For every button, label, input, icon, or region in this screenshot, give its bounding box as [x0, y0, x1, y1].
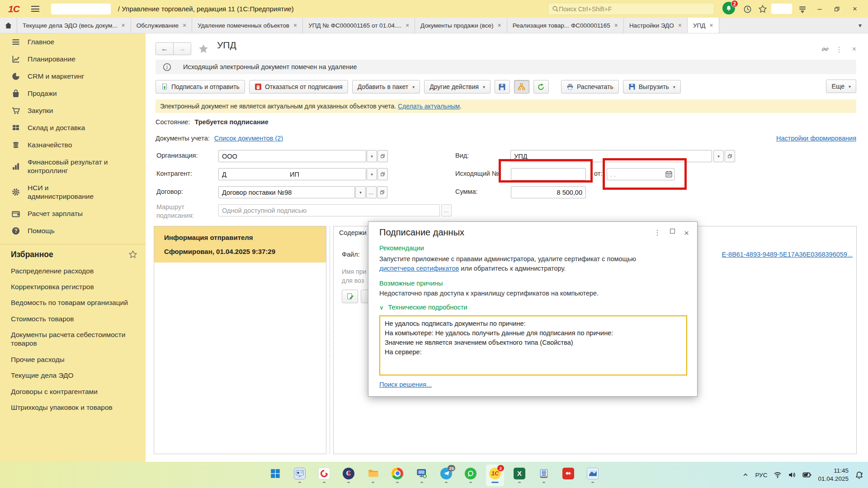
certificate-manager-link[interactable]: диспетчера сертификатов — [379, 265, 459, 272]
make-actual-link[interactable]: Сделать актуальным — [398, 103, 460, 110]
contract-dropdown-icon[interactable]: ▾ — [355, 186, 366, 198]
star-icon[interactable] — [128, 250, 137, 259]
contract-field[interactable]: Договор поставки №98 — [218, 186, 355, 198]
battery-icon[interactable] — [802, 470, 811, 479]
org-field[interactable]: ООО — [218, 150, 366, 162]
dialog-maximize-icon[interactable] — [670, 228, 675, 234]
whatsapp-button[interactable] — [462, 465, 480, 486]
refuse-signing-button[interactable]: Отказаться от подписания — [249, 80, 348, 94]
technical-details-toggle[interactable]: ∨ Технические подробности — [379, 304, 467, 311]
kind-field[interactable]: УПД — [510, 150, 712, 162]
tabs-overflow-icon[interactable]: ▾ — [852, 18, 868, 33]
language-indicator[interactable]: РУС — [755, 472, 767, 479]
window-tab[interactable]: УПД № ФС000001165 от 01.04....× — [303, 18, 415, 33]
global-search[interactable] — [548, 3, 714, 15]
close-tab-icon[interactable]: × — [709, 22, 713, 29]
window-tab[interactable]: Документы продажи (все)× — [415, 18, 507, 33]
history-icon[interactable] — [741, 3, 753, 15]
counterparty-dropdown-icon[interactable]: ▾ — [367, 168, 377, 180]
add-to-package-button[interactable]: Добавить в пакет▾ — [352, 80, 420, 94]
sidebar-item[interactable]: Закупки — [0, 102, 146, 119]
wifi-icon[interactable] — [774, 471, 782, 479]
task-manager-button[interactable] — [584, 465, 602, 486]
clock[interactable]: 11:45 01.04.2025 — [818, 467, 849, 483]
close-window-button[interactable]: × — [849, 3, 861, 15]
search-solution-link[interactable]: Поиск решения... — [379, 381, 432, 388]
sidebar-item[interactable]: Продажи — [0, 85, 146, 102]
remote-desktop-button[interactable] — [413, 465, 431, 486]
close-form-icon[interactable]: × — [852, 45, 856, 53]
structure-button[interactable] — [514, 80, 529, 94]
panel-splitter[interactable] — [330, 226, 330, 454]
favorite-star-icon[interactable] — [198, 43, 209, 54]
presentation-app-button[interactable] — [291, 465, 309, 486]
volume-icon[interactable] — [788, 471, 796, 479]
more-menu-icon[interactable]: ⋮ — [835, 45, 843, 54]
1c-app-button[interactable]: 1С 2 — [486, 465, 504, 486]
more-button[interactable]: Еще▾ — [826, 80, 856, 93]
sidebar-item[interactable]: Планирование — [0, 51, 146, 68]
contract-choose-icon[interactable]: … — [366, 186, 377, 198]
sidebar-item[interactable]: Помощь — [0, 222, 146, 239]
favorite-item[interactable]: Документы расчета себестоимости товаров — [0, 327, 146, 352]
get-link-icon[interactable] — [821, 45, 829, 53]
close-tab-icon[interactable]: × — [678, 22, 682, 29]
window-tab[interactable]: Реализация товар... ФС000001165× — [507, 18, 624, 33]
dialog-more-icon[interactable]: ⋮ — [654, 228, 661, 237]
kind-open-icon[interactable] — [725, 150, 735, 162]
sidebar-item[interactable]: Главное — [0, 33, 146, 51]
sidebar-item[interactable]: Склад и доставка — [0, 119, 146, 136]
export-button[interactable]: Выгрузить▾ — [623, 80, 681, 94]
main-menu-icon[interactable] — [31, 6, 39, 12]
notifications-button[interactable]: 2 — [722, 2, 736, 15]
sidebar-item[interactable]: НСИ и администрирование — [0, 179, 146, 205]
documents-list-link[interactable]: Список документов (2) — [214, 135, 283, 142]
favorite-item[interactable]: Стоимость товаров — [0, 311, 146, 327]
kind-dropdown-icon[interactable]: ▾ — [713, 150, 724, 162]
favorite-item[interactable]: Договоры с контрагентами — [0, 384, 146, 399]
home-tab[interactable] — [0, 18, 17, 33]
save-button[interactable] — [495, 80, 510, 94]
sidebar-item[interactable]: CRM и маркетинг — [0, 68, 146, 85]
chrome-button[interactable] — [388, 465, 406, 486]
refresh-button[interactable] — [533, 80, 549, 94]
c-app-button[interactable]: C — [340, 465, 358, 486]
sidebar-item[interactable]: Финансовый результат и контроллинг — [0, 154, 146, 179]
favorite-item[interactable]: Корректировка регистров — [0, 279, 146, 295]
kontur-app-button[interactable] — [315, 465, 333, 486]
close-tab-icon[interactable]: × — [497, 22, 501, 29]
close-tab-icon[interactable]: × — [406, 22, 409, 29]
dialog-close-icon[interactable]: × — [684, 228, 689, 238]
sender-info-selected-block[interactable]: Информация отправителя Сформирован, 01.0… — [154, 226, 326, 263]
contract-open-icon[interactable] — [377, 186, 387, 198]
favorites-star-icon[interactable] — [757, 3, 769, 15]
window-tab[interactable]: Удаление помеченных объектов× — [192, 18, 303, 33]
sender-info-panel[interactable]: Информация отправителя Сформирован, 01.0… — [154, 226, 326, 454]
print-button[interactable]: Распечатать — [561, 80, 619, 94]
publisher-app-button[interactable] — [559, 465, 577, 486]
close-tab-icon[interactable]: × — [614, 22, 618, 29]
minimize-button[interactable]: – — [814, 3, 826, 15]
close-tab-icon[interactable]: × — [293, 22, 297, 29]
window-tab[interactable]: Обслуживание× — [131, 18, 192, 33]
outgoing-number-field[interactable] — [511, 168, 586, 180]
favorite-item[interactable]: Ведомость по товарам организаций — [0, 295, 146, 310]
back-button[interactable]: ← — [156, 42, 174, 55]
counterparty-open-icon[interactable] — [377, 168, 388, 180]
favorite-item[interactable]: Текущие дела ЭДО — [0, 367, 146, 383]
restore-button[interactable] — [831, 3, 843, 15]
org-dropdown-icon[interactable]: ▾ — [367, 150, 377, 162]
signing-route-field[interactable]: Одной доступной подписью — [218, 204, 440, 216]
sign-and-send-button[interactable]: Подписать и отправить — [156, 80, 245, 94]
telegram-button[interactable]: 25 — [437, 465, 455, 486]
file-link[interactable]: E-8B61-4893-9489-5E17A36E0368396059... — [722, 251, 853, 258]
content-tab-label[interactable]: Содержи — [339, 229, 367, 236]
other-actions-button[interactable]: Другие действия▾ — [424, 80, 491, 94]
file-explorer-button[interactable] — [364, 465, 382, 486]
technical-details-text[interactable]: Не удалось подписать документы по причин… — [379, 315, 687, 375]
favorite-item[interactable]: Распределение расходов — [0, 263, 146, 279]
start-button[interactable] — [266, 465, 284, 486]
sidebar-item[interactable]: Расчет зарплаты — [0, 205, 146, 222]
excel-button[interactable]: X — [510, 465, 528, 486]
notifications-bell-icon[interactable]: z — [855, 471, 863, 479]
